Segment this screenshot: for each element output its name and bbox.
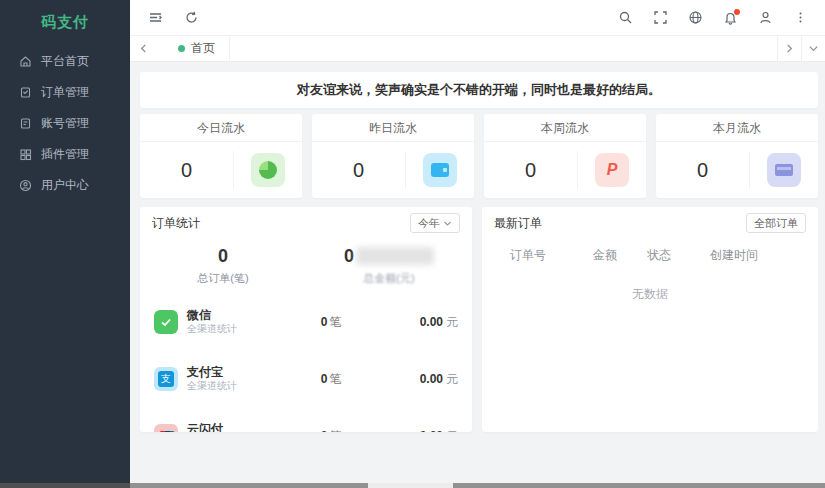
channel-subtitle: 全渠道统计 [187,323,289,336]
year-filter-label: 今年 [418,216,440,231]
stat-card-week: 本周流水 0 P [484,114,646,198]
stat-value: 0 [312,159,405,182]
plugin-icon [19,148,32,161]
stat-title: 本周流水 [484,114,646,142]
column-status: 状态 [647,247,710,264]
pie-chart-icon [251,153,285,187]
user-center-icon [19,179,32,192]
blurred-value-patch [356,247,434,265]
stat-value: 0 [656,159,749,182]
sidebar-item-orders[interactable]: 订单管理 [0,77,130,108]
summary-total-amount: 0 总金额(元) [306,245,472,286]
empty-state-text: 无数据 [482,286,818,303]
channel-amount: 0.00元 [373,371,458,388]
paypal-icon: P [595,153,629,187]
channel-row-unionpay[interactable]: 云闪付 全渠道统计 0笔 0.00元 [154,416,458,432]
panels-row: 订单统计 今年 0 总订单(笔) 0 总金额(元) [140,207,818,432]
stat-value: 0 [140,159,233,182]
daily-quote-banner: 对友谊来说，笑声确实是个不错的开端，同时也是最好的结局。 [140,72,818,108]
stat-card-yesterday: 昨日流水 0 [312,114,474,198]
topbar [130,0,825,36]
app-logo: 码支付 [0,0,130,44]
channel-name: 云闪付 [187,422,289,432]
summary-total-orders: 0 总订单(笔) [140,245,306,286]
sidebar-item-label: 平台首页 [41,53,89,70]
stat-title: 本月流水 [656,114,818,142]
sidebar-item-label: 订单管理 [41,84,89,101]
channel-count: 0笔 [289,428,374,433]
daily-quote-text: 对友谊来说，笑声确实是个不错的开端，同时也是最好的结局。 [297,81,661,99]
refresh-icon[interactable] [180,7,202,29]
sidebar-item-label: 账号管理 [41,115,89,132]
all-orders-label: 全部订单 [754,216,798,231]
wallet-icon [423,153,457,187]
channel-count: 0笔 [289,371,374,388]
active-tab-dot [178,45,185,52]
stats-row: 今日流水 0 昨日流水 0 本周流水 0 [140,114,818,198]
stat-card-month: 本月流水 0 [656,114,818,198]
channel-subtitle: 全渠道统计 [187,380,289,393]
fullscreen-icon[interactable] [649,7,671,29]
latest-orders-panel: 最新订单 全部订单 订单号 金额 状态 创建时间 无数据 [482,207,818,432]
summary-label: 总订单(笔) [140,271,306,286]
channel-amount: 0.00元 [373,314,458,331]
unionpay-icon [154,424,178,432]
sidebar-menu: 平台首页 订单管理 账号管理 插件管理 用户中心 [0,44,130,201]
more-vertical-icon[interactable] [789,7,811,29]
panel-title: 最新订单 [494,215,542,232]
channel-amount: 0.00元 [373,428,458,433]
bottom-strip-dark-segment [0,483,130,488]
tabs-menu-icon[interactable] [801,36,825,62]
channel-count: 0笔 [289,314,374,331]
sidebar-item-user-center[interactable]: 用户中心 [0,170,130,201]
stat-title: 今日流水 [140,114,302,142]
sidebar-item-home[interactable]: 平台首页 [0,46,130,77]
chevron-down-icon [443,219,452,228]
sidebar-item-label: 插件管理 [41,146,89,163]
bell-icon[interactable] [719,7,741,29]
main-content: 对友谊来说，笑声确实是个不错的开端，同时也是最好的结局。 今日流水 0 昨日流水… [130,62,825,483]
sidebar: 码支付 平台首页 订单管理 账号管理 插件管理 用户中心 [0,0,130,483]
channel-list: 微信 全渠道统计 0笔 0.00元 支 支付宝 全渠道统计 0笔 0.00 [140,302,472,432]
user-icon[interactable] [754,7,776,29]
channel-row-alipay[interactable]: 支 支付宝 全渠道统计 0笔 0.00元 [154,359,458,399]
channel-name: 支付宝 [187,365,289,380]
summary-value: 0 [140,245,306,267]
channel-row-wechat[interactable]: 微信 全渠道统计 0笔 0.00元 [154,302,458,342]
account-icon [19,117,32,130]
all-orders-button[interactable]: 全部订单 [746,213,806,233]
tab-label: 首页 [191,40,215,57]
bank-card-icon [767,153,801,187]
column-amount: 金额 [593,247,647,264]
order-summary: 0 总订单(笔) 0 总金额(元) [140,245,472,286]
column-order-no: 订单号 [510,247,593,264]
stat-title: 昨日流水 [312,114,474,142]
app-window: 码支付 平台首页 订单管理 账号管理 插件管理 用户中心 [0,0,825,488]
alipay-icon: 支 [154,367,178,391]
notification-badge [734,9,740,15]
bottom-strip-light-segment [368,483,453,488]
year-filter-dropdown[interactable]: 今年 [410,213,460,233]
tab-home[interactable]: 首页 [164,36,230,62]
tabs-scroll-right-icon[interactable] [777,36,801,62]
order-icon [19,86,32,99]
stat-value: 0 [484,159,577,182]
tabbar: 首页 [130,36,825,62]
sidebar-item-label: 用户中心 [41,177,89,194]
orders-table-header: 订单号 金额 状态 创建时间 [482,247,818,264]
panel-title: 订单统计 [152,215,200,232]
topbar-left [130,7,202,29]
sidebar-item-accounts[interactable]: 账号管理 [0,108,130,139]
tabs-scroll-left-icon[interactable] [130,36,156,62]
sidebar-item-plugins[interactable]: 插件管理 [0,139,130,170]
tabbar-right-controls [777,36,825,62]
order-stats-panel: 订单统计 今年 0 总订单(笔) 0 总金额(元) [140,207,472,432]
collapse-menu-icon[interactable] [144,7,166,29]
window-bottom-strip [0,483,825,488]
topbar-right [614,7,825,29]
search-icon[interactable] [614,7,636,29]
wechat-pay-icon [154,310,178,334]
summary-value: 0 [306,245,472,267]
globe-icon[interactable] [684,7,706,29]
channel-name: 微信 [187,308,289,323]
